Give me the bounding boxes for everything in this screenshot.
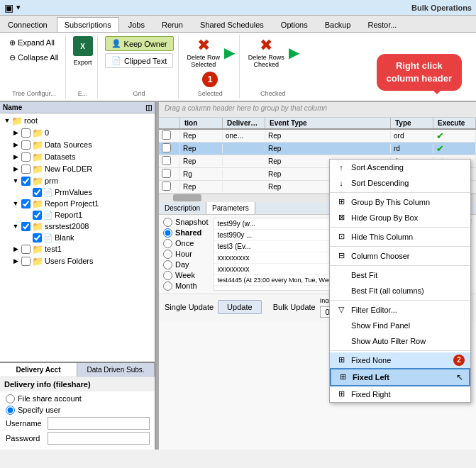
ctx-column-chooser[interactable]: ⊟ Column Chooser — [330, 248, 470, 264]
grid-col-event-type[interactable]: Event Type — [265, 118, 391, 128]
once-radio[interactable] — [163, 239, 172, 248]
tab-shared-schedules[interactable]: Shared Schedules — [192, 17, 272, 32]
play2-icon[interactable]: ▶ — [289, 44, 299, 61]
ctx-sort-ascending[interactable]: ↑ Sort Ascending — [330, 160, 470, 175]
row-check-2[interactable] — [162, 156, 171, 165]
tab-options[interactable]: Options — [273, 17, 316, 32]
ctx-fixed-right[interactable]: ⊞ Fixed Right — [330, 386, 470, 402]
tree-node-report1[interactable]: 📄 Report1 — [0, 210, 155, 221]
grid-col-0[interactable] — [159, 118, 180, 128]
tree-node-test1[interactable]: ▶ 📁 test1 — [0, 243, 155, 255]
password-input[interactable] — [48, 432, 150, 445]
expand-report-project1[interactable]: ▼ — [11, 200, 20, 207]
ctx-hide-group-box[interactable]: ⊠ Hide Group By Box — [330, 210, 470, 225]
tree-node-blank[interactable]: 📄 Blank — [0, 233, 155, 243]
tree-node-data-sources[interactable]: ▶ 📁 Data Sources — [0, 139, 155, 151]
delete-rows-checked-button[interactable]: ✖ Delete Rows Checked — [247, 36, 286, 69]
tab-connection[interactable]: Connection — [0, 17, 55, 32]
drag-hint: Drag a column header here to group by th… — [159, 102, 476, 118]
file-share-radio[interactable] — [6, 394, 15, 403]
expand-prm[interactable]: ▼ — [11, 177, 20, 184]
play-icon[interactable]: ▶ — [224, 44, 235, 61]
tab-description[interactable]: Description — [159, 202, 206, 214]
keep-owner-button[interactable]: 👤 Keep Owner — [105, 36, 174, 51]
tree-node-datasets[interactable]: ▶ 📁 Datasets — [0, 151, 155, 163]
check-prmvalues[interactable] — [33, 188, 42, 197]
expand-ssrstest2008[interactable]: ▼ — [11, 223, 20, 230]
expand-datasets[interactable]: ▶ — [11, 153, 20, 160]
month-radio[interactable] — [163, 282, 172, 291]
check-data-sources[interactable] — [21, 140, 31, 150]
tree-node-new-folder[interactable]: ▶ 📁 New FoLDER — [0, 163, 155, 175]
check-ssrstest2008[interactable] — [21, 222, 31, 231]
ctx-best-fit[interactable]: Best Fit — [330, 267, 470, 283]
expand-0[interactable]: ▶ — [11, 129, 20, 136]
row-check-0[interactable] — [162, 130, 171, 140]
grid-col-execute[interactable]: Execute — [433, 118, 476, 128]
tree-node-users-folders[interactable]: ▶ 📁 Users Folders — [0, 255, 155, 267]
bulk-ops-label: Bulk Operations — [411, 4, 472, 12]
week-radio[interactable] — [163, 271, 172, 280]
tab-subscriptions[interactable]: Subscriptions — [57, 17, 119, 32]
ctx-fixed-none[interactable]: ⊞ Fixed None 2 — [330, 352, 470, 368]
tree-node-report-project1[interactable]: ▼ 📁 Report Project1 — [0, 198, 155, 210]
data-driven-subs-tab[interactable]: Data Driven Subs. — [77, 363, 155, 377]
grid-col-tion[interactable]: tion — [180, 118, 223, 128]
tab-jobs[interactable]: Jobs — [121, 17, 153, 32]
specify-user-radio[interactable] — [6, 406, 15, 415]
expand-all-button[interactable]: ⊕ Expand All — [7, 36, 57, 50]
check-datasets[interactable] — [21, 152, 31, 162]
update-button[interactable]: Update — [218, 300, 261, 314]
grid-col-delivery-exte[interactable]: Delivery Exte... — [223, 118, 265, 128]
check-new-folder[interactable] — [21, 165, 31, 174]
ctx-best-fit-all[interactable]: Best Fit (all columns) — [330, 283, 470, 299]
grid-row-1[interactable]: Rep Rep rd ✔ — [159, 143, 476, 155]
check-0[interactable] — [21, 128, 31, 138]
scroll-thumb[interactable] — [173, 194, 201, 201]
specify-user-label: Specify user — [18, 406, 61, 414]
username-input[interactable] — [48, 417, 150, 430]
tab-rerun[interactable]: Rerun — [154, 17, 191, 32]
check-report-project1[interactable] — [21, 199, 31, 208]
ctx-hide-column[interactable]: ⊡ Hide This Column — [330, 229, 470, 245]
row-check-3[interactable] — [162, 169, 171, 178]
ctx-fixed-left[interactable]: ⊞ Fixed Left ↖ — [330, 368, 470, 386]
ctx-show-find-panel[interactable]: Show Find Panel — [330, 318, 470, 333]
tree-area[interactable]: ▼ 📁 root ▶ 📁 0 ▶ 📁 — [0, 113, 155, 362]
row-check-4[interactable] — [162, 182, 171, 191]
hour-radio[interactable] — [163, 250, 172, 259]
expand-new-folder[interactable]: ▶ — [11, 165, 20, 172]
ctx-show-auto-filter[interactable]: Show Auto Filter Row — [330, 333, 470, 349]
tree-node-root[interactable]: ▼ 📁 root — [0, 115, 155, 127]
expand-data-sources[interactable]: ▶ — [11, 141, 20, 148]
clipped-text-button[interactable]: 📄 Clipped Text — [105, 53, 173, 68]
grid-row-0[interactable]: Rep one... Rep ord ✔ — [159, 130, 476, 143]
expand-root[interactable]: ▼ — [3, 117, 11, 124]
check-users-folders[interactable] — [21, 257, 31, 266]
tree-node-0[interactable]: ▶ 📁 0 — [0, 127, 155, 139]
ctx-filter-editor[interactable]: ▽ Filter Editor... — [330, 302, 470, 318]
collapse-all-button[interactable]: ⊖ Collapse All — [7, 51, 61, 65]
tree-node-prmvalues[interactable]: 📄 PrmValues — [0, 187, 155, 198]
expand-test1[interactable]: ▶ — [11, 245, 20, 252]
tree-node-ssrstest2008[interactable]: ▼ 📁 ssrstest2008 — [0, 221, 155, 233]
delivery-acct-tab[interactable]: Delivery Acct — [0, 363, 77, 377]
tab-backup[interactable]: Backup — [317, 17, 359, 32]
day-radio[interactable] — [163, 260, 172, 269]
expand-users-folders[interactable]: ▶ — [11, 257, 20, 264]
tab-parameters[interactable]: Parameters — [206, 202, 255, 214]
tree-node-prm[interactable]: ▼ 📁 prm — [0, 175, 155, 187]
ctx-group-by-column[interactable]: ⊞ Group By This Column — [330, 194, 470, 210]
delete-row-selected-button[interactable]: ✖ Delete Row Selected — [186, 36, 221, 69]
check-blank[interactable] — [33, 233, 42, 243]
row-check-1[interactable] — [162, 143, 171, 152]
check-test1[interactable] — [21, 245, 31, 254]
check-prm[interactable] — [21, 177, 31, 186]
tab-restore[interactable]: Restor... — [360, 17, 404, 32]
tree-resize-handle[interactable]: ◫ — [145, 104, 152, 111]
ctx-sort-descending[interactable]: ↓ Sort Descending — [330, 175, 470, 191]
check-report1[interactable] — [33, 211, 42, 220]
shared-radio[interactable] — [163, 228, 172, 238]
grid-col-type[interactable]: Type — [391, 118, 433, 128]
snapshot-radio[interactable] — [163, 218, 172, 227]
